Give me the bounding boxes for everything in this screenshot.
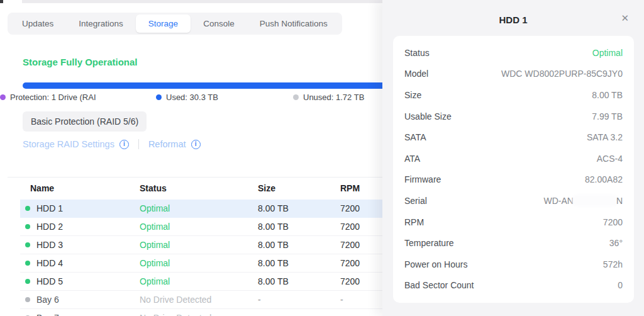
legend-label: Unused: 1.72 TB [303, 93, 364, 102]
detail-value-text: 36° [609, 238, 623, 248]
column-header-rpm: RPM [340, 183, 382, 193]
storage-settings-page: UpdatesIntegrationsStorageConsolePush No… [0, 0, 644, 316]
detail-label: Bad Sector Count [404, 280, 474, 290]
detail-row: Firmware 82.00A82 [404, 169, 623, 191]
detail-label: Firmware [404, 174, 441, 184]
detail-row: Size 8.00 TB [404, 84, 623, 106]
table-row[interactable]: HDD 2 Optimal 8.00 TB 7200 [20, 218, 382, 236]
drive-size: 8.00 TB [258, 240, 340, 250]
drive-name-cell: Bay 6 [20, 295, 140, 305]
drive-detail-drawer: HDD 1 ✕ Status Optimal Model WDC WD8002P… [382, 0, 644, 316]
storage-actions: Storage RAID Settings i Reformat i [23, 137, 201, 151]
detail-value: WD-AN N [543, 196, 623, 206]
detail-value: 0 [618, 280, 623, 290]
reformat-link[interactable]: Reformat i [148, 139, 201, 149]
drive-rpm: 7200 [340, 276, 382, 286]
reformat-label: Reformat [148, 139, 186, 149]
legend-dot-icon [156, 94, 162, 100]
detail-value-suffix: N [616, 196, 623, 206]
detail-value-text: 8.00 TB [592, 90, 623, 100]
drive-name-cell: HDD 1 [20, 203, 140, 213]
detail-value: 82.00A82 [585, 174, 623, 184]
detail-value-text: 572h [603, 259, 623, 269]
drive-status: Optimal [140, 203, 258, 213]
detail-row: Power on Hours 572h [404, 254, 623, 275]
drive-status: Optimal [140, 240, 258, 250]
detail-value: ACS-4 [597, 154, 623, 164]
protection-mode-chip: Basic Protection (RAID 5/6) [23, 111, 147, 132]
drive-size: 8.00 TB [258, 203, 340, 213]
drive-rpm: 7200 [340, 203, 382, 213]
drive-status-dot-icon [25, 261, 30, 266]
table-top-border [8, 177, 382, 178]
tab[interactable]: Integrations [66, 14, 136, 33]
drive-status: No Drive Detected [140, 295, 258, 305]
tab[interactable]: Console [191, 14, 247, 33]
tab[interactable]: Updates [9, 14, 66, 33]
drive-status-dot-icon [25, 242, 30, 247]
detail-label: ATA [404, 154, 420, 164]
table-row[interactable]: HDD 4 Optimal 8.00 TB 7200 [20, 254, 382, 273]
close-icon[interactable]: ✕ [621, 13, 629, 24]
detail-value: 36° [609, 238, 623, 248]
detail-row: Usable Size 7.99 TB [404, 106, 623, 127]
detail-value-text: ACS-4 [597, 154, 623, 164]
table-row[interactable]: Bay 6 No Drive Detected - - [20, 291, 382, 309]
storage-raid-settings-link[interactable]: Storage RAID Settings i [23, 139, 129, 149]
drive-size: 8.00 TB [258, 276, 340, 286]
links-divider [138, 139, 139, 149]
drive-name: Bay 6 [36, 295, 59, 305]
detail-value: Optimal [592, 48, 623, 58]
drive-name: HDD 4 [36, 258, 63, 268]
storage-raid-settings-label: Storage RAID Settings [23, 139, 114, 149]
drive-name-cell: HDD 2 [20, 222, 140, 232]
detail-row: Status Optimal [404, 42, 623, 64]
drive-rpm: - [340, 313, 382, 316]
detail-row: RPM 7200 [404, 212, 623, 233]
info-icon[interactable]: i [191, 140, 201, 149]
detail-value-text: 7200 [603, 217, 623, 227]
table-body: HDD 1 Optimal 8.00 TB 7200 HDD 2 Optimal… [20, 200, 382, 316]
detail-row: Serial WD-AN N [404, 190, 623, 212]
detail-label: SATA [404, 132, 426, 142]
drive-size: - [258, 313, 340, 316]
drive-name-cell: HDD 3 [20, 240, 140, 250]
legend-label: Protection: 1 Drive (RAI [10, 93, 96, 102]
drive-size: 8.00 TB [258, 258, 340, 268]
detail-row: ATA ACS-4 [404, 148, 623, 169]
detail-value: 572h [603, 259, 623, 269]
drive-status-dot-icon [25, 224, 30, 229]
detail-value-text: 0 [618, 280, 623, 290]
drawer-title: HDD 1 [382, 14, 644, 25]
detail-value: 7200 [603, 217, 623, 227]
detail-label: Model [404, 69, 428, 79]
table-row[interactable]: HDD 3 Optimal 8.00 TB 7200 [20, 236, 382, 254]
legend-item: Used: 30.3 TB [156, 93, 218, 102]
storage-status-title: Storage Fully Operational [23, 57, 138, 67]
detail-value-text: Optimal [592, 48, 623, 58]
detail-value-text: WDC WD8002PURP-85C9JY0 [501, 69, 623, 79]
table-row[interactable]: Bay 7 No Drive Detected - - [20, 309, 382, 316]
drive-status-dot-icon [25, 279, 30, 284]
drive-name-cell: HDD 4 [20, 258, 140, 268]
detail-row: Model WDC WD8002PURP-85C9JY0 [404, 64, 623, 85]
legend-label: Used: 30.3 TB [166, 93, 218, 102]
tab[interactable]: Storage [136, 14, 191, 33]
drive-detail-card: Status Optimal Model WDC WD8002PURP-85C9… [393, 36, 634, 303]
info-icon[interactable]: i [119, 140, 129, 149]
table-row[interactable]: HDD 5 Optimal 8.00 TB 7200 [20, 273, 382, 291]
drive-name: Bay 7 [36, 313, 59, 316]
drive-name: HDD 2 [36, 222, 63, 232]
legend-item: Unused: 1.72 TB [293, 93, 364, 102]
drive-rpm: 7200 [340, 240, 382, 250]
table-row[interactable]: HDD 1 Optimal 8.00 TB 7200 [20, 200, 382, 218]
detail-value: 7.99 TB [592, 111, 623, 121]
drive-status: No Drive Detected [140, 313, 258, 316]
detail-value-text: SATA 3.2 [587, 132, 623, 142]
drive-name-cell: Bay 7 [20, 313, 140, 316]
tab[interactable]: Push Notifications [247, 14, 340, 33]
redaction-blur [574, 196, 616, 205]
drive-table: Name Status Size RPM HDD 1 Optimal 8.00 … [20, 177, 382, 316]
detail-value-text: 82.00A82 [585, 174, 623, 184]
column-header-size: Size [258, 183, 340, 193]
